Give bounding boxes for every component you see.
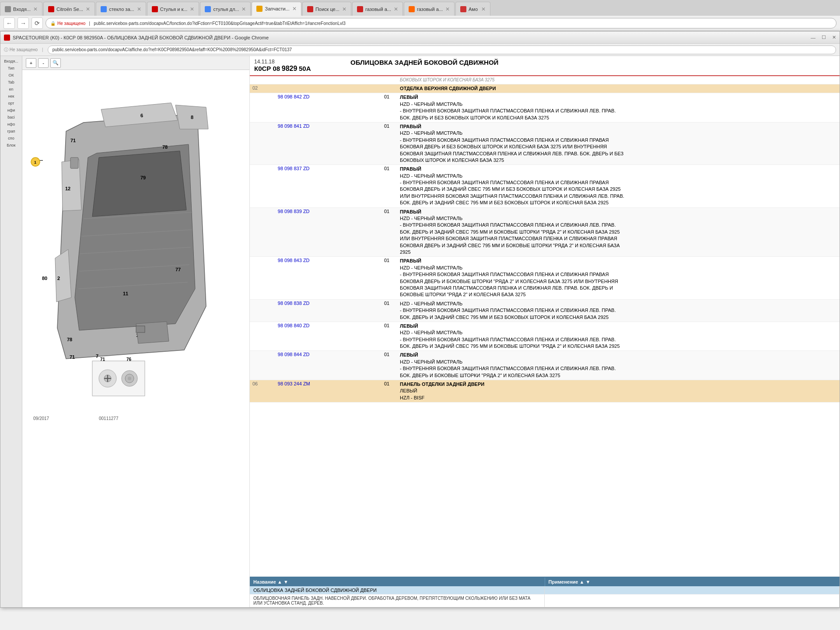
inner-titlebar: SPACETOURER (K0) - К0СР 08 982950A - ОБЛ… — [0, 32, 840, 44]
svg-text:71: 71 — [70, 354, 75, 360]
table-row-section-06: 06 98 093 244 ZM 01 ПАНЕЛЬ ОТДЕЛКИ ЗАДНЕ… — [250, 380, 840, 402]
tab-4-label: Стулья и к... — [160, 7, 188, 12]
svg-rect-22 — [136, 326, 145, 332]
code-prefix: К0СР 08 — [254, 65, 280, 72]
part-num-02 — [275, 84, 376, 93]
tab-3-label: стекло за... — [109, 7, 134, 12]
part-93244[interactable]: 98 093 244 ZM — [275, 380, 376, 402]
tab-2[interactable]: Citroën Se... ✕ — [43, 2, 95, 16]
qty-06: 01 — [376, 380, 397, 402]
desc-06: ПАНЕЛЬ ОТДЕЛКИ ЗАДНЕЙ ДВЕРИ ЛЕВЫЙ НZЛ - … — [397, 380, 840, 402]
part-839[interactable]: 98 098 839 ZD — [275, 207, 376, 257]
tab-5[interactable]: стулья дл... ✕ — [200, 2, 251, 16]
tab-6-close[interactable]: ✕ — [290, 6, 297, 12]
table-row-840: 98 098 840 ZD 01 ЛЕВЫЙ HZD - ЧЕРНЫЙ МИСТ… — [250, 322, 840, 351]
tab-9[interactable]: газовый а... ✕ — [404, 2, 455, 16]
tab-10-icon — [460, 6, 466, 12]
tab-6[interactable]: Запчасти... ✕ — [252, 2, 301, 16]
bottom-table-row-1[interactable]: ОБЛИЦОВКА ЗАДНЕЙ БОКОВОЙ СДВИЖНОЙ ДВЕРИ — [250, 586, 840, 595]
inner-favicon — [4, 35, 10, 41]
browser-chrome: Входя... ✕ Citroën Se... ✕ стекло за... … — [0, 0, 840, 31]
svg-text:8: 8 — [191, 115, 193, 120]
inner-url-text: public.servicebox-parts.com/docapvAC/aff… — [52, 47, 292, 52]
svg-text:12: 12 — [65, 186, 70, 191]
inner-maximize[interactable]: ☐ — [822, 35, 826, 40]
tab-10[interactable]: Амо ✕ — [455, 2, 490, 16]
bottom-table-row-2[interactable]: ОБЛИЦОВОЧНАЯ ПАНЕЛЬ ЗАДН. НАВЕСНОЙ ДВЕРИ… — [250, 595, 840, 607]
forward-button[interactable]: → — [18, 18, 29, 29]
zoom-out-button[interactable]: - — [38, 58, 49, 68]
inner-minimize[interactable]: — — [811, 35, 816, 40]
left-nav-spo[interactable]: спо — [3, 135, 20, 142]
tab-3[interactable]: стекло за... ✕ — [96, 2, 146, 16]
table-row-838: 98 098 838 ZD 01 HZD - ЧЕРНЫЙ МИСТРАЛЬ -… — [250, 299, 840, 322]
tab-1[interactable]: Входя... ✕ — [0, 2, 42, 16]
ref-841 — [250, 122, 275, 164]
part-840[interactable]: 98 098 840 ZD — [275, 322, 376, 351]
table-row-837: 98 098 837 ZD 01 ПРАВЫЙ HZD - ЧЕРНЫЙ МИС… — [250, 165, 840, 207]
left-nav-ort[interactable]: орт — [3, 100, 20, 107]
tab-9-close[interactable]: ✕ — [443, 6, 450, 12]
tab-3-icon — [101, 6, 107, 12]
left-nav-ok[interactable]: ОК — [3, 72, 20, 79]
part-837[interactable]: 98 098 837 ZD — [275, 165, 376, 207]
parts-header-left: 14.11.18 К0СР 08 9829 50А — [254, 59, 342, 73]
reload-button[interactable]: ⟳ — [32, 18, 43, 29]
qty-841: 01 — [376, 122, 397, 164]
left-nav-nfi[interactable]: нфи — [3, 107, 20, 114]
tab-6-label: Запчасти... — [265, 6, 289, 11]
parts-table-container[interactable]: БОКОВЫХ ШТОРОК И КОЛЕСНАЯ БАЗА 3275 02 О… — [250, 76, 840, 577]
qty-839: 01 — [376, 207, 397, 257]
left-nav-block[interactable]: Блок — [3, 142, 20, 149]
left-nav-en[interactable]: en — [3, 86, 20, 93]
ref-02: 02 — [250, 84, 275, 93]
part-841[interactable]: 98 098 841 ZD — [275, 122, 376, 164]
zoom-in-button[interactable]: + — [26, 58, 36, 68]
tab-7-close[interactable]: ✕ — [340, 6, 346, 12]
left-nav-nek[interactable]: нек — [3, 93, 20, 100]
tab-8[interactable]: газовый а... ✕ — [352, 2, 403, 16]
left-nav: Входя... Тип ОК Tab en нек орт нфи baci … — [0, 56, 22, 607]
left-nav-baci[interactable]: baci — [3, 114, 20, 121]
left-nav-tip[interactable]: Тип — [3, 65, 20, 72]
tab-2-close[interactable]: ✕ — [83, 6, 90, 12]
left-nav-grap[interactable]: грап — [3, 128, 20, 135]
svg-text:2: 2 — [57, 276, 60, 281]
tab-10-close[interactable]: ✕ — [479, 6, 486, 12]
tab-8-close[interactable]: ✕ — [391, 6, 398, 12]
back-button[interactable]: ← — [4, 18, 15, 29]
svg-point-30 — [128, 377, 131, 380]
left-nav-входя[interactable]: Входя... — [3, 58, 20, 65]
part-844[interactable]: 98 098 844 ZD — [275, 351, 376, 380]
tab-10-label: Амо — [469, 7, 478, 12]
address-bar[interactable]: 🔒 Не защищено | public.servicebox-parts.… — [46, 18, 836, 28]
svg-text:79: 79 — [140, 175, 146, 180]
part-838[interactable]: 98 098 838 ZD — [275, 299, 376, 322]
search-diagram-button[interactable]: 🔍 — [50, 58, 61, 68]
ref-839 — [250, 207, 275, 257]
part-842[interactable]: 98 098 842 ZD — [275, 93, 376, 122]
svg-text:78: 78 — [67, 337, 72, 342]
bottom-table-header: Название ▲ ▼ Применение ▲ ▼ — [250, 578, 840, 586]
svg-text:80: 80 — [42, 276, 47, 281]
inner-close[interactable]: ✕ — [832, 35, 836, 40]
qty-838: 01 — [376, 299, 397, 322]
tab-5-close[interactable]: ✕ — [239, 6, 246, 12]
tab-9-icon — [409, 6, 415, 12]
left-nav-nfo[interactable]: нфо — [3, 121, 20, 128]
left-nav-tab[interactable]: Tab — [3, 79, 20, 86]
part-843[interactable]: 98 098 843 ZD — [275, 257, 376, 299]
desc-839: ПРАВЫЙ HZD - ЧЕРНЫЙ МИСТРАЛЬ - ВНУТРЕННЯ… — [397, 207, 840, 257]
svg-text:6: 6 — [140, 113, 143, 118]
bottom-col1-header: Название ▲ ▼ — [250, 578, 545, 586]
desc-842: ЛЕВЫЙ HZD - ЧЕРНЫЙ МИСТРАЛЬ - ВНУТРЕННЯЯ… — [397, 93, 840, 122]
tab-3-close[interactable]: ✕ — [134, 6, 141, 12]
table-row-842: 98 098 842 ZD 01 ЛЕВЫЙ HZD - ЧЕРНЫЙ МИСТ… — [250, 93, 840, 122]
svg-text:76: 76 — [126, 357, 132, 362]
tab-7[interactable]: Поиск це... ✕ — [302, 2, 351, 16]
tab-4-close[interactable]: ✕ — [187, 6, 194, 12]
diagram-toolbar: + - 🔍 — [22, 56, 249, 70]
inner-url-field[interactable]: public.servicebox-parts.com/docapvAC/aff… — [48, 46, 836, 54]
tab-4[interactable]: Стулья и к... ✕ — [147, 2, 200, 16]
tab-1-close[interactable]: ✕ — [31, 6, 38, 12]
